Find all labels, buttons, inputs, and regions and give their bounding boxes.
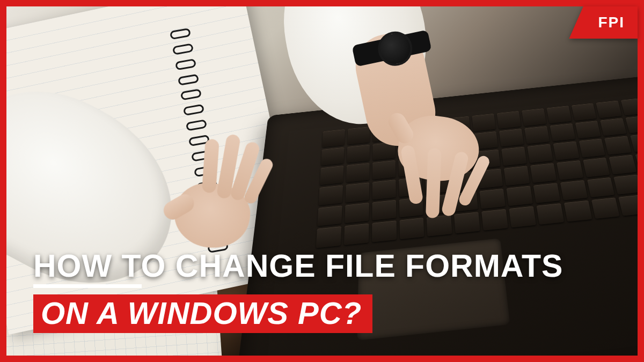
headline-underline [33, 284, 142, 288]
headline-line2: ON A WINDOWS PC? [41, 298, 362, 329]
headline: HOW TO CHANGE FILE FORMATS ON A WINDOWS … [33, 250, 563, 333]
headline-line1: HOW TO CHANGE FILE FORMATS [33, 250, 563, 282]
headline-line2-bg: ON A WINDOWS PC? [33, 294, 372, 333]
brand-tag-label: FPI [592, 6, 638, 39]
brand-tag: FPI [569, 6, 638, 39]
